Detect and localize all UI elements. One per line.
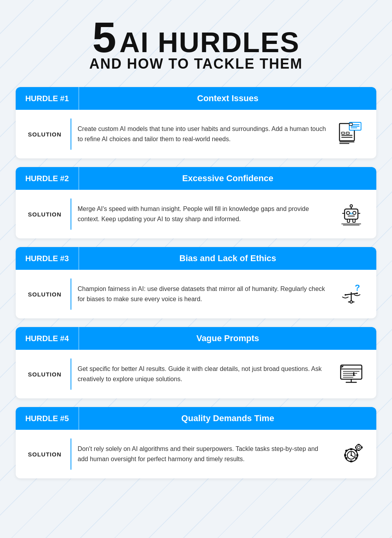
svg-rect-58: [358, 450, 360, 451]
page-wrapper: 5 AI HURDLES AND HOW TO TACKLE THEM HURD…: [16, 12, 376, 487]
svg-rect-45: [350, 460, 352, 462]
header-main-line: 5 AI HURDLES: [16, 16, 376, 59]
svg-rect-46: [344, 454, 346, 456]
solution-icon-3: ?: [336, 280, 367, 308]
svg-rect-60: [361, 447, 363, 449]
svg-point-54: [350, 454, 352, 456]
hurdle-header-4: HURDLE #4 Vague Prompts: [16, 327, 376, 350]
hurdle-header-2: HURDLE #2 Excessive Confidence: [16, 167, 376, 190]
svg-rect-20: [347, 219, 350, 222]
solution-divider-2: [71, 198, 71, 230]
hurdle-block-1: HURDLE #1 Context Issues SOLUTION Create…: [16, 87, 376, 158]
svg-point-17: [350, 205, 352, 207]
solution-icon-5: [336, 440, 367, 468]
hurdle-label-2: HURDLE #2: [16, 167, 78, 190]
solution-divider-3: [71, 278, 71, 310]
hurdle-title-2: Excessive Confidence: [78, 167, 376, 190]
header-title: AI HURDLES: [120, 28, 300, 56]
solution-text-1: Create custom AI models that tune into u…: [78, 124, 329, 144]
hurdle-solution-1: SOLUTION Create custom AI models that tu…: [16, 110, 376, 158]
solution-label-3: SOLUTION: [25, 291, 64, 298]
solution-text-2: Merge AI's speed with human insight. Peo…: [78, 204, 329, 224]
svg-rect-47: [356, 454, 358, 456]
solution-label-1: SOLUTION: [25, 131, 64, 138]
solution-label-4: SOLUTION: [25, 371, 64, 378]
svg-rect-44: [350, 448, 352, 450]
hurdle-block-3: HURDLE #3 Bias and Lack of Ethics SOLUTI…: [16, 247, 376, 318]
solution-icon-2: AI: [336, 200, 367, 228]
quality-icon: [338, 440, 365, 468]
solution-text-4: Get specific for better AI results. Guid…: [78, 364, 329, 384]
solution-divider-5: [71, 438, 71, 470]
hurdle-block-5: HURDLE #5 Quality Demands Time SOLUTION …: [16, 407, 376, 478]
header-number: 5: [92, 16, 116, 59]
svg-point-31: [350, 301, 352, 303]
svg-point-29: [356, 293, 358, 294]
hurdle-header-5: HURDLE #5 Quality Demands Time: [16, 407, 376, 430]
svg-rect-57: [358, 444, 360, 445]
svg-rect-8: [341, 132, 345, 134]
solution-icon-1: [336, 120, 367, 148]
solution-divider-4: [71, 358, 71, 390]
hurdle-solution-5: SOLUTION Don't rely solely on AI algorit…: [16, 430, 376, 478]
hurdle-label-1: HURDLE #1: [16, 87, 78, 110]
hurdle-solution-2: SOLUTION Merge AI's speed with human ins…: [16, 190, 376, 238]
svg-rect-21: [353, 219, 355, 222]
hurdle-header-1: HURDLE #1 Context Issues: [16, 87, 376, 110]
bias-icon: ?: [338, 280, 365, 308]
svg-text:?: ?: [355, 283, 360, 293]
hurdle-title-5: Quality Demands Time: [78, 407, 376, 430]
solution-text-5: Don't rely solely on AI algorithms and t…: [78, 444, 329, 464]
svg-rect-59: [355, 447, 356, 449]
svg-rect-41: [353, 372, 354, 376]
hurdle-block-4: HURDLE #4 Vague Prompts SOLUTION Get spe…: [16, 327, 376, 398]
header-subtitle: AND HOW TO TACKLE THEM: [16, 56, 376, 72]
svg-rect-5: [349, 123, 352, 125]
context-icon: [338, 120, 365, 148]
svg-point-56: [358, 446, 360, 449]
svg-point-14: [353, 211, 356, 214]
hurdle-block-2: HURDLE #2 Excessive Confidence SOLUTION …: [16, 167, 376, 238]
robot-icon: AI: [338, 200, 365, 228]
hurdle-title-1: Context Issues: [78, 87, 376, 110]
solution-icon-4: [336, 360, 367, 388]
svg-point-28: [345, 294, 346, 296]
solution-label-2: SOLUTION: [25, 211, 64, 218]
svg-rect-9: [346, 132, 349, 134]
solution-text-3: Champion fairness in AI: use diverse dat…: [78, 284, 329, 304]
hurdle-title-3: Bias and Lack of Ethics: [78, 247, 376, 270]
hurdle-label-3: HURDLE #3: [16, 247, 78, 270]
hurdle-solution-3: SOLUTION Champion fairness in AI: use di…: [16, 270, 376, 318]
prompt-icon: [338, 360, 365, 388]
hurdle-header-3: HURDLE #3 Bias and Lack of Ethics: [16, 247, 376, 270]
solution-divider-1: [71, 118, 71, 150]
page-header: 5 AI HURDLES AND HOW TO TACKLE THEM: [16, 12, 376, 76]
hurdle-title-4: Vague Prompts: [78, 327, 376, 350]
svg-point-13: [347, 211, 350, 214]
hurdle-label-5: HURDLE #5: [16, 407, 78, 430]
solution-label-5: SOLUTION: [25, 451, 64, 458]
hurdle-solution-4: SOLUTION Get specific for better AI resu…: [16, 350, 376, 398]
hurdle-label-4: HURDLE #4: [16, 327, 78, 350]
svg-text:AI: AI: [350, 212, 353, 215]
